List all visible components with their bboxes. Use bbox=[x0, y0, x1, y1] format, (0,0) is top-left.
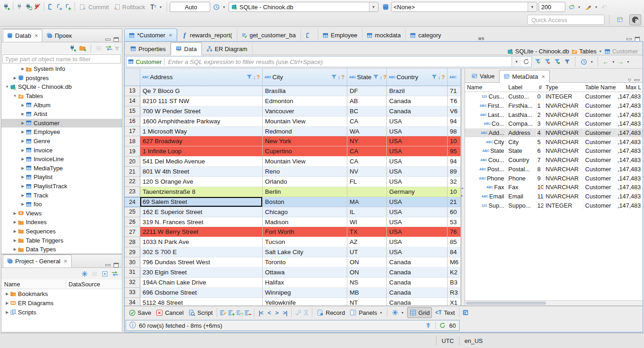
grid-cell[interactable]: Canada bbox=[387, 257, 448, 267]
tab-value[interactable]: Value bbox=[467, 70, 499, 82]
grid-cell[interactable]: Qe 7 Bloco G bbox=[140, 86, 263, 96]
grid-cell[interactable]: IL bbox=[347, 207, 387, 217]
grid-cell[interactable]: 8210 111 ST NW bbox=[140, 96, 263, 106]
tree-item-genre[interactable]: ▶Genre bbox=[1, 137, 122, 146]
grid-cell[interactable]: USA bbox=[387, 167, 448, 177]
grid-cell[interactable]: Brasília bbox=[263, 86, 347, 96]
grid-cell[interactable]: Berlin bbox=[263, 187, 347, 197]
grid-cell[interactable]: NY bbox=[347, 136, 387, 146]
expand-twistie-icon[interactable]: ▶ bbox=[12, 211, 18, 215]
maximize-view-icon[interactable] bbox=[114, 263, 119, 267]
meta-column-item[interactable]: # bbox=[537, 84, 544, 91]
grid-cell[interactable]: Canada bbox=[387, 278, 448, 288]
editor-tab-category[interactable]: category bbox=[405, 29, 446, 41]
minimize-view-icon[interactable] bbox=[105, 39, 110, 41]
calc-panel-icon[interactable] bbox=[462, 309, 469, 316]
expand-twistie-icon[interactable]: ▶ bbox=[12, 76, 18, 80]
grid-cell[interactable]: CA bbox=[347, 146, 387, 157]
grid-cell[interactable]: 89 bbox=[448, 167, 461, 177]
project-item-bookmarks[interactable]: ▶Bookmarks bbox=[1, 289, 122, 298]
expand-twistie-icon[interactable]: ▶ bbox=[12, 229, 18, 233]
filter-icon[interactable] bbox=[564, 58, 571, 65]
meta-row-custo[interactable]: 123Cus...Custo...0INTEGERCustomer2,147,4… bbox=[465, 92, 643, 101]
grid-cell[interactable]: 700 W Pender Street bbox=[140, 106, 263, 116]
grid-cell[interactable]: WA bbox=[347, 127, 387, 137]
tree-item-tables[interactable]: ▼Tables bbox=[1, 92, 122, 101]
gear-icon[interactable] bbox=[81, 270, 88, 278]
tab-data[interactable]: <> Data bbox=[171, 42, 201, 55]
filter-help-icon[interactable]: ? bbox=[341, 74, 345, 81]
editor-tab-rewards-report[interactable]: frewards_report( bbox=[177, 29, 237, 41]
grid-cell[interactable]: Canada bbox=[387, 288, 448, 298]
grid-cell[interactable]: Toronto bbox=[263, 257, 347, 267]
minimize-panel-icon[interactable] bbox=[634, 79, 639, 81]
grid-scroll-strip[interactable]: ◂ ▸ bbox=[461, 69, 465, 306]
expand-twistie-icon[interactable]: ▶ bbox=[20, 202, 26, 206]
breadcrumb-sqlite-chinook-db[interactable]: SQLite - Chinook.db bbox=[507, 48, 569, 55]
grid-cell[interactable]: Cupertino bbox=[263, 146, 347, 157]
maximize-view-icon[interactable] bbox=[114, 37, 119, 42]
link-with-editor-icon[interactable] bbox=[105, 45, 113, 52]
expand-twistie-icon[interactable]: ▶ bbox=[20, 148, 26, 152]
grid-cell[interactable]: 796 Dundas Street West bbox=[140, 257, 263, 267]
expand-twistie-icon[interactable]: ▶ bbox=[4, 292, 10, 296]
row-number[interactable]: 14 bbox=[125, 96, 140, 106]
meta-column-max-l[interactable]: Max L bbox=[617, 84, 643, 91]
grid-cell[interactable]: WI bbox=[347, 217, 387, 227]
column-header-name[interactable]: Name bbox=[1, 281, 65, 288]
meta-row-country[interactable]: ABCCou...Country7NVARCHARCustomer2,147,4… bbox=[465, 156, 643, 165]
grid-cell[interactable]: Mountain View bbox=[263, 157, 347, 167]
close-view-icon[interactable]: ✕ bbox=[63, 259, 67, 264]
tree-item-invoice[interactable]: ▶Invoice bbox=[1, 145, 122, 155]
expand-twistie-icon[interactable]: ▶ bbox=[12, 220, 18, 224]
grid-cell[interactable]: USA bbox=[387, 146, 448, 157]
new-folder-icon[interactable] bbox=[79, 45, 86, 52]
filter-help-icon[interactable]: ? bbox=[257, 74, 260, 81]
grid-cell[interactable]: Mountain View bbox=[263, 116, 347, 127]
tree-item-system-info[interactable]: ▶iSystem Info bbox=[1, 64, 122, 74]
grid-cell[interactable]: 801 W 4th Street bbox=[140, 167, 263, 177]
grid-cell[interactable]: 94 bbox=[448, 116, 461, 127]
grid-cell[interactable]: CA bbox=[347, 157, 387, 167]
delete-row-icon[interactable] bbox=[244, 309, 252, 316]
tree-item-customer[interactable]: ▶Customer bbox=[1, 119, 122, 128]
format-button[interactable]: ▼ bbox=[583, 1, 599, 12]
script-button[interactable]: Script bbox=[186, 307, 214, 318]
grid-cell[interactable]: Brazil bbox=[387, 86, 448, 96]
filter-dropdown-icon[interactable]: ▼ bbox=[512, 57, 521, 67]
new-sql-editor-icon[interactable] bbox=[47, 3, 54, 11]
row-number[interactable]: 23 bbox=[125, 187, 140, 197]
maximize-editor-icon[interactable] bbox=[635, 37, 640, 41]
database-select[interactable]: <None> ▼ bbox=[391, 2, 537, 12]
column-header-state[interactable]: ABCState↕? bbox=[347, 69, 387, 86]
row-number[interactable]: 32 bbox=[125, 278, 140, 288]
collapse-twistie-icon[interactable]: ▼ bbox=[12, 94, 18, 98]
grid-cell[interactable] bbox=[347, 187, 387, 197]
collapse-twistie-icon[interactable]: ▼ bbox=[4, 85, 10, 89]
horizontal-scrollbar[interactable] bbox=[465, 300, 643, 306]
meta-row-phone[interactable]: ABCPhonePhone9NVARCHARCustomer2,147,483 bbox=[465, 174, 643, 183]
close-panel-icon[interactable]: ✕ bbox=[541, 74, 545, 79]
editor-tab-customer[interactable]: *Customer✕ bbox=[124, 29, 177, 41]
previous-row-icon[interactable]: < bbox=[266, 309, 273, 316]
grid-cell[interactable]: X1 bbox=[448, 298, 461, 306]
new-connection-icon[interactable] bbox=[69, 45, 76, 52]
back-icon[interactable]: ← bbox=[603, 58, 609, 65]
grid-cell[interactable]: ON bbox=[347, 257, 387, 267]
minimize-editor-icon[interactable] bbox=[627, 38, 632, 40]
grid-cell[interactable]: 319 N. Frances Street bbox=[140, 217, 263, 227]
meta-row-email[interactable]: ABCEmailEmail11NVARCHARCustomer2,147,483 bbox=[465, 192, 643, 201]
expand-twistie-icon[interactable]: ▶ bbox=[20, 139, 26, 143]
meta-row-lastna[interactable]: ABCLast...LastNa...2NVARCHARCustomer2,14… bbox=[465, 110, 643, 119]
grid-cell[interactable]: MA bbox=[347, 197, 387, 207]
filter-help-icon[interactable]: ? bbox=[383, 74, 386, 81]
grid-cell[interactable]: USA bbox=[387, 197, 448, 207]
open-perspective-button[interactable] bbox=[615, 14, 627, 25]
row-number[interactable]: 19 bbox=[125, 146, 140, 157]
meta-row-postal[interactable]: ABCPost...Postal...8NVARCHARCustomer2,14… bbox=[465, 165, 643, 174]
grid-cell[interactable]: 95 bbox=[448, 146, 461, 157]
grid-cell[interactable]: UT bbox=[347, 247, 387, 257]
navigator-filter-input[interactable] bbox=[2, 54, 121, 64]
grid-cell[interactable]: 162 E Superior Street bbox=[140, 207, 263, 217]
expand-twistie-icon[interactable]: ▶ bbox=[20, 112, 26, 116]
